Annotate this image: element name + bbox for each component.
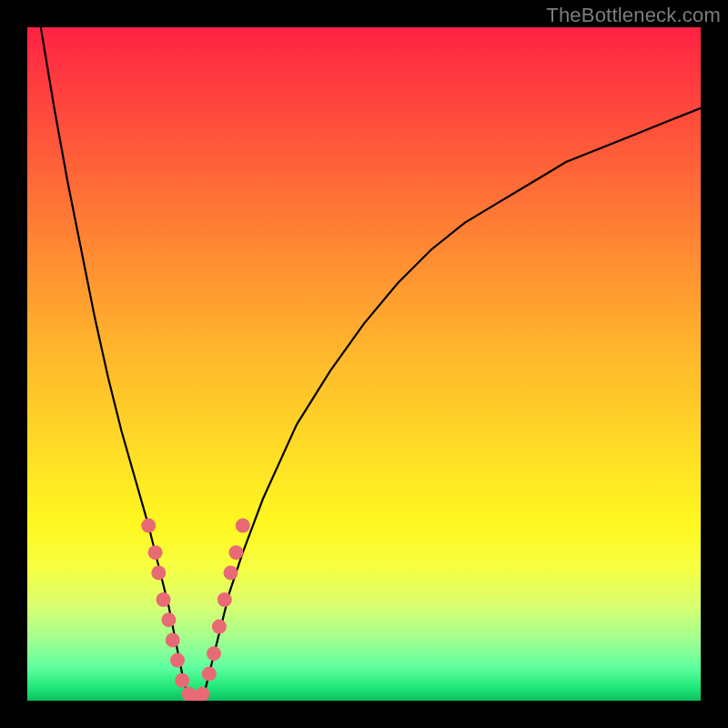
- marker-point: [161, 612, 176, 627]
- marker-point: [175, 673, 189, 688]
- marker-point: [212, 620, 227, 634]
- curve-group: [41, 27, 701, 701]
- marker-point: [224, 565, 238, 580]
- marker-point: [228, 545, 243, 560]
- chart-svg: [27, 27, 701, 701]
- marker-point: [236, 519, 250, 533]
- marker-point: [141, 519, 156, 533]
- marker-point: [195, 687, 209, 701]
- marker-group: [141, 519, 250, 701]
- marker-point: [157, 592, 171, 607]
- marker-point: [148, 545, 163, 560]
- marker-point: [202, 666, 217, 681]
- marker-point: [217, 592, 232, 607]
- marker-point: [166, 632, 180, 647]
- marker-point: [207, 646, 221, 661]
- marker-point: [151, 565, 166, 580]
- curve-right-branch: [202, 108, 701, 701]
- chart-frame: TheBottleneck.com: [0, 0, 728, 728]
- plot-area: [27, 27, 701, 701]
- marker-point: [170, 653, 185, 668]
- watermark-text: TheBottleneck.com: [546, 4, 721, 27]
